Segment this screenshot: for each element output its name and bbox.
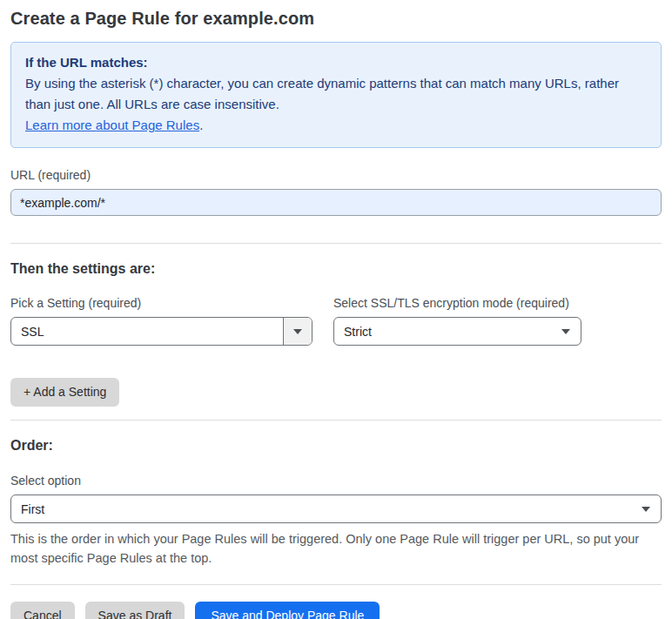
chevron-down-icon (561, 329, 570, 334)
page-rule-form: Create a Page Rule for example.com If th… (0, 0, 672, 619)
page-title: Create a Page Rule for example.com (10, 9, 662, 29)
learn-more-link[interactable]: Learn more about Page Rules (25, 118, 199, 132)
cancel-button[interactable]: Cancel (10, 602, 75, 619)
order-heading: Order: (10, 438, 662, 454)
info-box-body: By using the asterisk (*) character, you… (25, 73, 647, 115)
setting-picker-arrow-button[interactable] (283, 318, 312, 345)
setting-picker-column: Pick a Setting (required) SSL (10, 277, 312, 346)
divider-after-url (10, 243, 662, 244)
link-suffix: . (199, 118, 203, 132)
settings-heading: Then the settings are: (10, 261, 662, 277)
add-setting-button[interactable]: + Add a Setting (10, 378, 119, 407)
divider-after-order (10, 584, 662, 585)
order-select[interactable]: First (10, 495, 662, 523)
info-box-link-line: Learn more about Page Rules. (25, 115, 647, 136)
mode-picker-label: Select SSL/TLS encryption mode (required… (333, 296, 581, 310)
chevron-down-icon (293, 329, 302, 334)
save-deploy-button[interactable]: Save and Deploy Page Rule (195, 602, 380, 619)
divider-after-settings (10, 420, 662, 421)
info-box-heading: If the URL matches: (25, 52, 647, 73)
settings-row: Pick a Setting (required) SSL Select SSL… (10, 277, 662, 346)
order-select-label: Select option (10, 474, 662, 488)
order-select-value: First (11, 502, 642, 516)
url-field-label: URL (required) (10, 168, 662, 182)
url-match-info-box: If the URL matches: By using the asteris… (10, 42, 662, 148)
footer-actions: Cancel Save as Draft Save and Deploy Pag… (10, 602, 662, 619)
mode-picker-select[interactable]: Strict (333, 317, 581, 346)
mode-picker-column: Select SSL/TLS encryption mode (required… (333, 277, 581, 346)
chevron-down-icon (642, 507, 650, 512)
mode-picker-value: Strict (334, 325, 561, 339)
url-input[interactable] (10, 189, 662, 216)
setting-picker-select[interactable]: SSL (10, 317, 312, 346)
setting-picker-label: Pick a Setting (required) (10, 296, 312, 310)
save-draft-button[interactable]: Save as Draft (85, 602, 185, 619)
setting-picker-value: SSL (11, 325, 283, 339)
order-help-text: This is the order in which your Page Rul… (10, 529, 662, 568)
